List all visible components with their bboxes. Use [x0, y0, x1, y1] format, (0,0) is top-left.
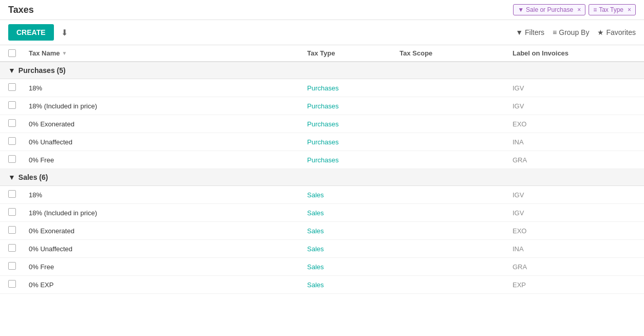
row-label-invoice: IGV [513, 84, 636, 92]
filter-icon: ▼ [516, 28, 523, 36]
filters-label: Filters [525, 28, 544, 36]
table-row: 0% Exonerated Sales EXO [0, 222, 644, 240]
row-checkbox[interactable] [8, 83, 29, 92]
group-row-group-purchases[interactable]: ▼Purchases (5) [0, 62, 644, 79]
table-row: 0% Free Purchases GRA [0, 151, 644, 169]
row-tax-name[interactable]: 0% Unaffected [29, 245, 307, 253]
filter-funnel-icon: ▼ [518, 6, 524, 13]
row-tax-name[interactable]: 18% (Included in price) [29, 102, 307, 110]
row-tax-type[interactable]: Purchases [307, 102, 400, 110]
table-row: 0% Free Sales GRA [0, 258, 644, 276]
row-label-invoice: GRA [513, 156, 636, 164]
row-tax-type[interactable]: Sales [307, 245, 400, 253]
row-tax-type[interactable]: Purchases [307, 84, 400, 92]
filters-button[interactable]: ▼ Filters [516, 28, 544, 36]
create-button[interactable]: CREATE [8, 24, 54, 41]
group-label: Purchases (5) [18, 66, 66, 74]
header-checkbox[interactable] [8, 49, 29, 57]
header-tax-scope: Tax Scope [400, 49, 513, 57]
row-checkbox[interactable] [8, 101, 29, 110]
row-label-invoice: INA [513, 245, 636, 253]
row-tax-type[interactable]: Sales [307, 281, 400, 289]
table-row: 18% Purchases IGV [0, 79, 644, 97]
row-checkbox[interactable] [8, 155, 29, 164]
download-button[interactable]: ⬇ [58, 26, 71, 40]
table-body: ▼Purchases (5) 18% Purchases IGV 18% (In… [0, 62, 644, 294]
row-tax-name[interactable]: 0% EXP [29, 281, 307, 289]
row-checkbox[interactable] [8, 119, 29, 128]
row-label-invoice: INA [513, 138, 636, 146]
row-checkbox[interactable] [8, 137, 29, 146]
header-label-invoices: Label on Invoices [513, 49, 636, 57]
row-tax-name[interactable]: 0% Exonerated [29, 227, 307, 235]
row-checkbox[interactable] [8, 226, 29, 235]
row-tax-type[interactable]: Sales [307, 191, 400, 199]
filter-list-icon: ≡ [593, 6, 597, 13]
row-checkbox[interactable] [8, 280, 29, 289]
table-row: 0% Exonerated Purchases EXO [0, 115, 644, 133]
header-tax-type: Tax Type [307, 49, 400, 57]
table-row: 18% (Included in price) Purchases IGV [0, 97, 644, 115]
toolbar-right: ▼ Filters ≡ Group By ★ Favorites [516, 28, 636, 36]
row-checkbox[interactable] [8, 244, 29, 253]
group-by-icon: ≡ [553, 28, 557, 36]
group-chevron: ▼ [8, 173, 15, 181]
row-label-invoice: EXO [513, 227, 636, 235]
table-row: 18% (Included in price) Sales IGV [0, 204, 644, 222]
toolbar: CREATE ⬇ ▼ Filters ≡ Group By ★ Favorite… [0, 20, 644, 45]
toolbar-left: CREATE ⬇ [8, 24, 71, 41]
filter-chip-tax-type[interactable]: ≡ Tax Type × [589, 4, 636, 15]
chip-tax-type-label: Tax Type [599, 6, 623, 13]
chip-sale-purchase-label: Sale or Purchase [526, 6, 573, 13]
filter-chip-sale-purchase[interactable]: ▼ Sale or Purchase × [513, 4, 585, 15]
row-label-invoice: IGV [513, 191, 636, 199]
page-title: Taxes [8, 5, 34, 15]
row-label-invoice: IGV [513, 209, 636, 217]
chip-tax-type-close[interactable]: × [628, 6, 631, 13]
group-by-button[interactable]: ≡ Group By [553, 28, 589, 36]
top-bar: Taxes ▼ Sale or Purchase × ≡ Tax Type × [0, 0, 644, 20]
row-tax-type[interactable]: Sales [307, 263, 400, 271]
row-label-invoice: IGV [513, 102, 636, 110]
favorites-button[interactable]: ★ Favorites [597, 28, 636, 36]
row-checkbox[interactable] [8, 190, 29, 199]
row-checkbox[interactable] [8, 208, 29, 217]
row-label-invoice: GRA [513, 263, 636, 271]
row-tax-type[interactable]: Purchases [307, 138, 400, 146]
group-by-label: Group By [559, 28, 589, 36]
filter-chips: ▼ Sale or Purchase × ≡ Tax Type × [513, 4, 636, 15]
row-label-invoice: EXO [513, 120, 636, 128]
star-icon: ★ [597, 28, 604, 36]
row-tax-name[interactable]: 18% [29, 191, 307, 199]
row-label-invoice: EXP [513, 281, 636, 289]
favorites-label: Favorites [606, 28, 636, 36]
table-header: Tax Name ▼ Tax Type Tax Scope Label on I… [0, 45, 644, 62]
sort-icon: ▼ [62, 50, 67, 56]
row-tax-type[interactable]: Purchases [307, 156, 400, 164]
select-all-checkbox[interactable] [8, 49, 16, 57]
group-row-group-sales[interactable]: ▼Sales (6) [0, 169, 644, 186]
chip-sale-purchase-close[interactable]: × [577, 6, 581, 13]
row-tax-type[interactable]: Sales [307, 209, 400, 217]
table-row: 0% Unaffected Sales INA [0, 240, 644, 258]
row-tax-type[interactable]: Sales [307, 227, 400, 235]
row-tax-name[interactable]: 18% [29, 84, 307, 92]
row-tax-name[interactable]: 0% Unaffected [29, 138, 307, 146]
table-row: 18% Sales IGV [0, 186, 644, 204]
table-row: 0% EXP Sales EXP [0, 276, 644, 294]
row-checkbox[interactable] [8, 262, 29, 271]
row-tax-name[interactable]: 0% Exonerated [29, 120, 307, 128]
header-tax-name[interactable]: Tax Name ▼ [29, 49, 307, 57]
group-chevron: ▼ [8, 66, 15, 74]
row-tax-name[interactable]: 0% Free [29, 263, 307, 271]
row-tax-type[interactable]: Purchases [307, 120, 400, 128]
row-tax-name[interactable]: 18% (Included in price) [29, 209, 307, 217]
group-label: Sales (6) [18, 173, 48, 181]
row-tax-name[interactable]: 0% Free [29, 156, 307, 164]
table-row: 0% Unaffected Purchases INA [0, 133, 644, 151]
